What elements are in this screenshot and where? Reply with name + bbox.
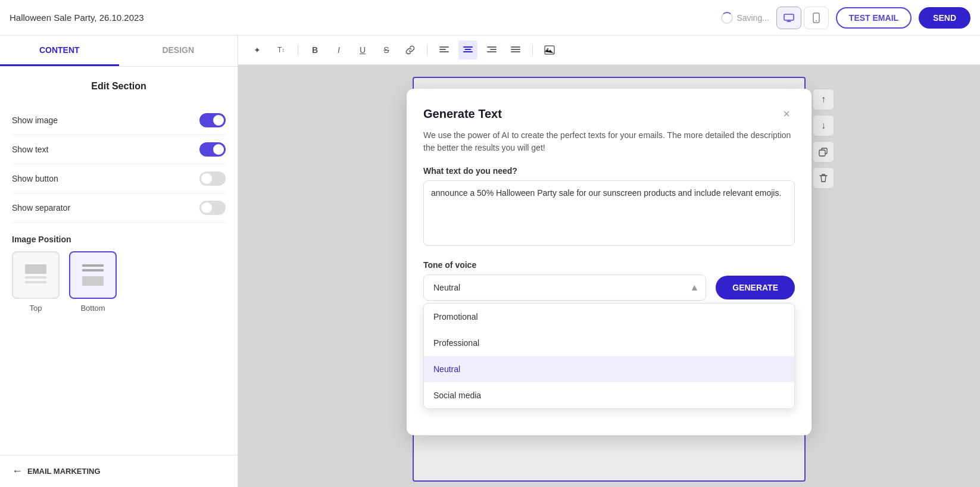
- top-bar-left: Saving...: [10, 12, 769, 24]
- toggle-row-show-button: Show button: [12, 164, 226, 193]
- canvas-area: ✦ T↕ B I U S: [238, 36, 980, 487]
- mobile-view-button[interactable]: [804, 7, 829, 29]
- show-image-toggle[interactable]: [199, 113, 226, 127]
- show-separator-label: Show separator: [12, 203, 70, 213]
- tone-select[interactable]: Promotional Professional Neutral Social …: [423, 274, 706, 301]
- svg-point-2: [816, 20, 817, 21]
- toolbar-justify-button[interactable]: [506, 40, 525, 60]
- position-bottom-label: Bottom: [80, 304, 105, 313]
- toolbar-link-button[interactable]: [401, 40, 420, 60]
- svg-rect-11: [439, 51, 449, 52]
- editor-toolbar: ✦ T↕ B I U S: [238, 36, 980, 65]
- generate-button[interactable]: GENERATE: [716, 276, 795, 299]
- svg-rect-14: [463, 51, 473, 52]
- panel-footer[interactable]: ← EMAIL MARKETING: [0, 455, 238, 487]
- toolbar-strikethrough-button[interactable]: S: [377, 40, 396, 60]
- show-button-toggle[interactable]: [199, 171, 226, 186]
- svg-rect-15: [487, 46, 497, 48]
- position-bottom-card: [69, 251, 117, 299]
- left-panel: CONTENT DESIGN Edit Section Show image S…: [0, 36, 238, 487]
- send-button[interactable]: SEND: [919, 7, 970, 29]
- modal-title: Generate Text: [423, 107, 502, 121]
- svg-rect-6: [82, 264, 104, 267]
- test-email-button[interactable]: TEST EMAIL: [836, 7, 912, 29]
- svg-rect-17: [487, 51, 497, 52]
- svg-rect-8: [82, 276, 104, 286]
- dropdown-item-promotional[interactable]: Promotional: [424, 304, 794, 330]
- main-layout: CONTENT DESIGN Edit Section Show image S…: [0, 36, 980, 487]
- saving-indicator: Saving...: [721, 12, 769, 24]
- toolbar-underline-button[interactable]: U: [353, 40, 372, 60]
- dropdown-item-social-media[interactable]: Social media: [424, 382, 794, 408]
- modal-overlay[interactable]: Generate Text × We use the power of AI t…: [238, 65, 980, 487]
- modal-description: We use the power of AI to create the per…: [423, 129, 795, 154]
- svg-rect-4: [25, 276, 46, 279]
- modal-textarea[interactable]: [423, 180, 795, 246]
- show-image-slider: [199, 113, 226, 127]
- svg-rect-10: [439, 49, 446, 50]
- canvas-content: ity , sed diam nonumy, eirmod n erat, se…: [238, 65, 980, 487]
- saving-spinner: [721, 12, 733, 24]
- svg-rect-3: [25, 264, 46, 274]
- show-text-toggle[interactable]: [199, 142, 226, 157]
- modal-field-label: What text do you need?: [423, 166, 795, 176]
- toolbar-italic-button[interactable]: I: [329, 40, 348, 60]
- toolbar-image-button[interactable]: [540, 40, 559, 60]
- toolbar-sep-3: [532, 44, 533, 56]
- svg-rect-5: [25, 281, 46, 283]
- toggle-row-show-text: Show text: [12, 135, 226, 164]
- device-toggle: [776, 7, 829, 29]
- svg-rect-18: [511, 46, 520, 48]
- dropdown-item-professional[interactable]: Professional: [424, 330, 794, 356]
- position-top-icon: [21, 261, 50, 289]
- email-title-input[interactable]: [10, 13, 714, 23]
- toolbar-ai-button[interactable]: ✦: [248, 40, 267, 60]
- top-bar: Saving... TEST EMAIL SEND: [0, 0, 980, 36]
- toolbar-fontsize-button[interactable]: T↕: [271, 40, 291, 60]
- position-top-card: [12, 251, 60, 299]
- svg-rect-13: [465, 49, 472, 50]
- tone-label: Tone of voice: [423, 260, 795, 270]
- toolbar-sep-1: [298, 44, 298, 56]
- svg-rect-16: [490, 49, 497, 50]
- show-text-slider: [199, 142, 226, 157]
- toggle-row-show-image: Show image: [12, 106, 226, 135]
- tab-content[interactable]: CONTENT: [0, 36, 119, 66]
- toolbar-sep-2: [427, 44, 427, 56]
- generate-text-modal: Generate Text × We use the power of AI t…: [407, 89, 812, 435]
- show-separator-slider: [199, 201, 226, 215]
- toolbar-bold-button[interactable]: B: [305, 40, 324, 60]
- saving-text: Saving...: [736, 13, 769, 23]
- svg-rect-19: [511, 49, 520, 50]
- image-positions: Top Bottom: [12, 251, 226, 313]
- svg-rect-9: [439, 46, 449, 48]
- tone-select-wrapper: Promotional Professional Neutral Social …: [423, 274, 706, 301]
- toolbar-align-left-button[interactable]: [435, 40, 454, 60]
- back-arrow-icon: ←: [12, 465, 23, 477]
- toolbar-align-center-button[interactable]: [458, 40, 477, 60]
- show-separator-toggle[interactable]: [199, 201, 226, 215]
- position-bottom-option[interactable]: Bottom: [69, 251, 117, 313]
- panel-tabs: CONTENT DESIGN: [0, 36, 238, 67]
- tone-section: Tone of voice Promotional Professional N…: [423, 260, 795, 409]
- position-bottom-icon: [79, 261, 107, 289]
- svg-rect-20: [511, 51, 520, 52]
- show-button-label: Show button: [12, 174, 58, 183]
- modal-close-button[interactable]: ×: [778, 105, 795, 122]
- show-button-slider: [199, 171, 226, 186]
- toolbar-align-right-button[interactable]: [482, 40, 501, 60]
- show-image-label: Show image: [12, 115, 58, 125]
- svg-rect-12: [463, 46, 473, 48]
- position-top-option[interactable]: Top: [12, 251, 60, 313]
- tab-design[interactable]: DESIGN: [119, 36, 238, 66]
- position-top-label: Top: [30, 304, 42, 313]
- desktop-view-button[interactable]: [776, 7, 801, 29]
- svg-rect-7: [82, 269, 104, 271]
- panel-content: Edit Section Show image Show text Show b…: [0, 67, 238, 455]
- tone-row: Promotional Professional Neutral Social …: [423, 274, 795, 301]
- section-title: Edit Section: [12, 81, 226, 92]
- image-position-label: Image Position: [12, 235, 226, 244]
- dropdown-item-neutral[interactable]: Neutral: [424, 356, 794, 382]
- svg-rect-0: [784, 14, 794, 20]
- modal-header: Generate Text ×: [423, 105, 795, 122]
